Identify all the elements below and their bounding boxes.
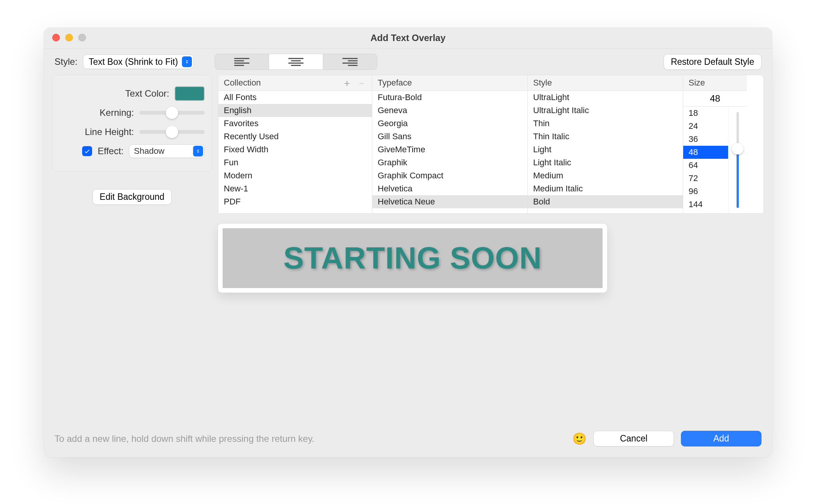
close-icon[interactable] bbox=[52, 34, 60, 41]
zoom-icon bbox=[78, 34, 86, 41]
restore-default-style-button[interactable]: Restore Default Style bbox=[664, 54, 761, 70]
list-item[interactable]: UltraLight bbox=[528, 91, 683, 104]
effect-label: Effect: bbox=[97, 146, 124, 156]
font-picker: Collection ＋ － All FontsEnglishFavorites… bbox=[218, 75, 764, 214]
line-height-label: Line Height: bbox=[59, 127, 134, 137]
align-right-icon bbox=[342, 58, 358, 66]
footer-hint: To add a new line, hold down shift while… bbox=[55, 433, 314, 444]
chevron-up-down-icon bbox=[193, 146, 203, 156]
list-item[interactable]: Thin bbox=[528, 117, 683, 130]
list-item[interactable]: 96 bbox=[683, 185, 728, 198]
list-item[interactable]: Thin Italic bbox=[528, 130, 683, 143]
typeface-header: Typeface bbox=[372, 75, 527, 91]
list-item[interactable]: 48 bbox=[683, 146, 728, 159]
align-left-icon bbox=[234, 58, 249, 66]
effect-select-value: Shadow bbox=[134, 146, 165, 156]
line-height-slider[interactable] bbox=[139, 130, 205, 134]
list-item[interactable]: New-1 bbox=[218, 182, 372, 195]
list-item[interactable]: All Fonts bbox=[218, 91, 372, 104]
list-item[interactable]: Medium bbox=[528, 169, 683, 182]
text-color-swatch[interactable] bbox=[175, 86, 205, 101]
list-item[interactable]: UltraLight Italic bbox=[528, 104, 683, 117]
list-item[interactable]: Helvetica Neue bbox=[372, 195, 527, 208]
cancel-button[interactable]: Cancel bbox=[593, 431, 674, 446]
slider-knob[interactable] bbox=[166, 126, 178, 138]
font-style-list[interactable]: UltraLightUltraLight ItalicThinThin Ital… bbox=[528, 91, 683, 213]
style-select-value: Text Box (Shrink to Fit) bbox=[89, 57, 178, 67]
add-collection-icon[interactable]: ＋ bbox=[342, 76, 352, 90]
list-item[interactable]: Favorites bbox=[218, 117, 372, 130]
list-item[interactable]: 64 bbox=[683, 159, 728, 172]
list-item[interactable]: Recently Used bbox=[218, 130, 372, 143]
list-item[interactable]: 24 bbox=[683, 120, 728, 133]
slider-fill bbox=[737, 153, 739, 208]
list-item[interactable]: Graphik Compact bbox=[372, 169, 527, 182]
slider-knob[interactable] bbox=[166, 107, 178, 119]
list-item[interactable]: Georgia bbox=[372, 117, 527, 130]
size-header: Size bbox=[683, 75, 747, 91]
size-input[interactable]: 48 bbox=[683, 91, 747, 107]
emoji-picker-icon[interactable]: 🙂 bbox=[572, 432, 586, 445]
collection-list[interactable]: All FontsEnglishFavoritesRecently UsedFi… bbox=[218, 91, 372, 213]
add-button[interactable]: Add bbox=[681, 431, 761, 446]
style-label: Style: bbox=[55, 56, 78, 67]
style-header: Style bbox=[528, 75, 683, 91]
list-item[interactable]: Graphik bbox=[372, 156, 527, 169]
list-item[interactable]: Gill Sans bbox=[372, 130, 527, 143]
list-item[interactable]: GiveMeTime bbox=[372, 143, 527, 156]
chevron-up-down-icon bbox=[182, 56, 192, 67]
list-item[interactable]: 18 bbox=[683, 107, 728, 120]
list-item[interactable]: PDF bbox=[218, 195, 372, 208]
kerning-label: Kerning: bbox=[59, 107, 134, 118]
list-item[interactable]: Modern bbox=[218, 169, 372, 182]
text-color-label: Text Color: bbox=[59, 88, 169, 99]
effect-select[interactable]: Shadow bbox=[129, 144, 205, 158]
list-item[interactable]: 144 bbox=[683, 198, 728, 211]
list-item[interactable]: 36 bbox=[683, 133, 728, 146]
slider-knob[interactable] bbox=[732, 143, 743, 155]
window-controls bbox=[52, 34, 86, 41]
check-icon bbox=[84, 148, 91, 155]
collection-header: Collection ＋ － bbox=[218, 75, 372, 91]
align-right-button[interactable] bbox=[323, 54, 377, 69]
minimize-icon[interactable] bbox=[65, 34, 73, 41]
kerning-slider[interactable] bbox=[139, 111, 205, 115]
footer: To add a new line, hold down shift while… bbox=[44, 423, 772, 457]
text-style-panel: Text Color: Kerning: Line Height: bbox=[52, 75, 212, 171]
remove-collection-icon[interactable]: － bbox=[357, 76, 367, 90]
align-left-button[interactable] bbox=[215, 54, 269, 69]
list-item[interactable]: Fixed Width bbox=[218, 143, 372, 156]
dialog-window: Add Text Overlay Style: Text Box (Shrink… bbox=[44, 28, 772, 457]
window-title: Add Text Overlay bbox=[370, 33, 446, 43]
style-select[interactable]: Text Box (Shrink to Fit) bbox=[83, 54, 194, 69]
list-item[interactable]: Fun bbox=[218, 156, 372, 169]
toolbar: Style: Text Box (Shrink to Fit) bbox=[44, 49, 772, 75]
alignment-segmented bbox=[215, 54, 377, 70]
list-item[interactable]: Medium Italic bbox=[528, 182, 683, 195]
list-item[interactable]: Bold bbox=[528, 195, 683, 208]
list-item[interactable]: Helvetica bbox=[372, 182, 527, 195]
preview-text[interactable]: STARTING SOON bbox=[238, 240, 587, 276]
list-item[interactable]: English bbox=[218, 104, 372, 117]
preview-area: STARTING SOON bbox=[218, 214, 764, 293]
size-list[interactable]: 18243648647296144 bbox=[683, 107, 728, 213]
list-item[interactable]: Light bbox=[528, 143, 683, 156]
align-center-button[interactable] bbox=[269, 54, 323, 69]
list-item[interactable]: Light Italic bbox=[528, 156, 683, 169]
preview-background: STARTING SOON bbox=[223, 228, 603, 288]
list-item[interactable]: 72 bbox=[683, 172, 728, 185]
title-bar: Add Text Overlay bbox=[44, 28, 772, 49]
typeface-list[interactable]: Futura-BoldGenevaGeorgiaGill SansGiveMeT… bbox=[372, 91, 527, 213]
preview-frame: STARTING SOON bbox=[218, 224, 607, 293]
edit-background-button[interactable]: Edit Background bbox=[93, 189, 172, 205]
align-center-icon bbox=[288, 58, 304, 66]
list-item[interactable]: Futura-Bold bbox=[372, 91, 527, 104]
size-slider[interactable] bbox=[728, 107, 747, 213]
effect-checkbox[interactable] bbox=[82, 146, 92, 156]
list-item[interactable]: Geneva bbox=[372, 104, 527, 117]
